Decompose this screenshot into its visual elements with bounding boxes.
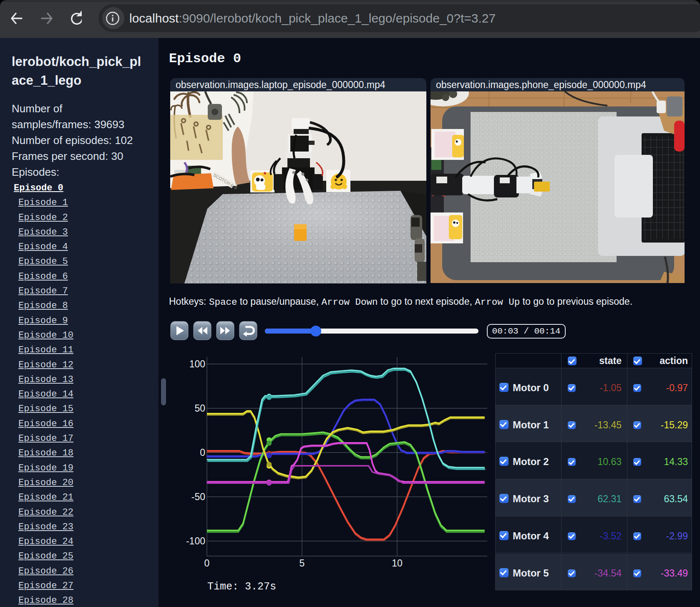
svg-text:10: 10 bbox=[392, 558, 403, 569]
svg-text:0: 0 bbox=[200, 447, 205, 458]
svg-text:-100: -100 bbox=[186, 536, 205, 546]
svg-text:5: 5 bbox=[300, 558, 305, 569]
svg-text:100: 100 bbox=[189, 359, 205, 369]
svg-text:-50: -50 bbox=[191, 491, 205, 502]
svg-text:0: 0 bbox=[204, 558, 210, 569]
svg-text:50: 50 bbox=[194, 403, 205, 414]
svg-text:Time: 3.27s: Time: 3.27s bbox=[207, 581, 276, 593]
